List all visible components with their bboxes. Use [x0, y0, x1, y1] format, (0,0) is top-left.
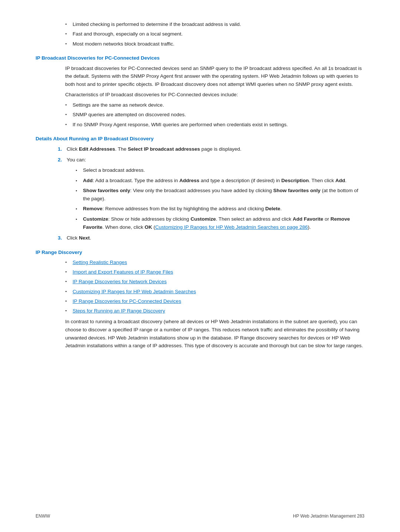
bullet-item-1: Limited checking is performed to determi…	[65, 21, 364, 28]
sub-bullet-3: Show favorites only: View only the broad…	[76, 187, 364, 203]
step-2-text: You can:	[67, 157, 86, 163]
footer-left: ENWW	[36, 513, 50, 519]
ip-broadcast-bullet-2: SNMP queries are attempted on discovered…	[65, 111, 364, 118]
ip-range-link-6: Steps for Running an IP Range Discovery	[65, 307, 364, 315]
pc-connected-link[interactable]: IP Range Discoveries for PC-Connected De…	[73, 298, 181, 304]
details-heading: Details About Running an IP Broadcast Di…	[36, 136, 364, 141]
network-devices-link[interactable]: IP Range Discoveries for Network Devices	[73, 279, 167, 284]
step-2: 2. You can: Select a broadcast address. …	[58, 156, 364, 231]
footer-right: HP Web Jetadmin Management 283	[293, 513, 364, 519]
step-3-text: Click Next.	[67, 235, 91, 241]
ip-broadcast-bullet-list: Settings are the same as network device.…	[65, 101, 364, 128]
bullet-item-3: Most modern networks block broadcast tra…	[65, 40, 364, 48]
ip-range-para: In contrast to running a broadcast disco…	[65, 318, 364, 349]
step-1-text: Click Edit Addresses. The Select IP broa…	[67, 146, 241, 152]
ip-range-link-3: IP Range Discoveries for Network Devices	[65, 278, 364, 285]
sub-bullet-4: Remove: Remove addresses from the list b…	[76, 205, 364, 213]
top-bullet-list: Limited checking is performed to determi…	[65, 21, 364, 48]
page-footer: ENWW HP Web Jetadmin Management 283	[0, 513, 400, 519]
page-content: Limited checking is performed to determi…	[0, 0, 400, 382]
step-3-num: 3.	[58, 234, 62, 242]
step-3: 3. Click Next.	[58, 234, 364, 242]
bullet-item-2: Fast and thorough, especially on a local…	[65, 30, 364, 38]
sub-bullet-1: Select a broadcast address.	[76, 166, 364, 174]
ip-broadcast-para2: Characteristics of IP broadcast discover…	[65, 91, 364, 99]
import-export-link[interactable]: Import and Export Features of IP Range F…	[73, 269, 173, 275]
customize-link[interactable]: Customizing IP Ranges for HP Web Jetadmi…	[155, 224, 308, 230]
setting-realistic-ranges-link[interactable]: Setting Realistic Ranges	[73, 260, 127, 265]
step-2-num: 2.	[58, 156, 62, 164]
customizing-link[interactable]: Customizing IP Ranges for HP Web Jetadmi…	[73, 289, 196, 294]
ip-broadcast-heading: IP Broadcast Discoveries for PC-Connecte…	[36, 55, 364, 61]
ip-broadcast-bullet-3: If no SNMP Proxy Agent response, WMI que…	[65, 121, 364, 128]
ip-range-heading: IP Range Discovery	[36, 250, 364, 255]
steps-list: 1. Click Edit Addresses. The Select IP b…	[58, 145, 364, 242]
steps-running-link[interactable]: Steps for Running an IP Range Discovery	[73, 308, 165, 314]
ip-range-link-1: Setting Realistic Ranges	[65, 259, 364, 266]
ip-range-link-list: Setting Realistic Ranges Import and Expo…	[65, 259, 364, 315]
step-2-sub-list: Select a broadcast address. Add: Add a b…	[76, 166, 364, 231]
ip-range-link-4: Customizing IP Ranges for HP Web Jetadmi…	[65, 288, 364, 295]
sub-bullet-5: Customize: Show or hide addresses by cli…	[76, 215, 364, 231]
ip-broadcast-para1: IP broadcast discoveries for PC-Connecte…	[65, 64, 364, 88]
ip-range-link-2: Import and Export Features of IP Range F…	[65, 268, 364, 276]
sub-bullet-2: Add: Add a broadcast. Type the address i…	[76, 177, 364, 185]
step-1: 1. Click Edit Addresses. The Select IP b…	[58, 145, 364, 153]
step-1-num: 1.	[58, 145, 62, 153]
ip-broadcast-bullet-1: Settings are the same as network device.	[65, 101, 364, 109]
ip-range-link-5: IP Range Discoveries for PC-Connected De…	[65, 298, 364, 305]
